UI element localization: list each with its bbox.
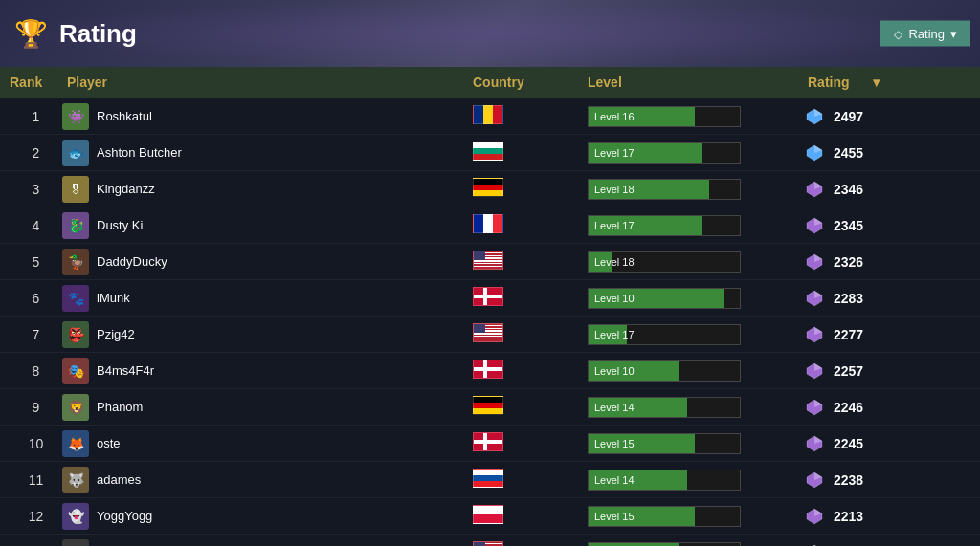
level-text: Level 15 [589,511,635,522]
rating-value: 2213 [834,509,863,524]
table-row: 3 🎖 Kingdanzz Level 18 2346 [0,171,980,207]
country-cell [463,287,578,310]
flag-icon [473,360,503,379]
dropdown-label: Rating [908,27,945,41]
diamond-gem-icon [803,105,826,128]
rating-value: 2455 [834,145,863,161]
level-cell: Level 12 [578,542,789,547]
col-rating[interactable]: Rating ▾ [789,75,980,90]
level-text: Level 18 [589,256,635,268]
table-row: 2 🐟 Ashton Butcher Level 17 2455 [0,135,980,171]
level-cell: Level 10 [578,288,789,309]
level-cell: Level 16 [578,106,789,127]
trophy-icon: 🏆 [14,18,48,50]
rank-cell: 12 [0,509,57,524]
diamond-gem-icon [803,142,826,164]
level-bar: Level 10 [588,288,741,309]
rating-cell: 2283 [789,287,980,310]
player-name: Dusty Ki [97,218,143,232]
table-header: Rank Player Country Level Rating ▾ [0,67,980,98]
player-cell: 🦁 Phanom [57,394,463,421]
player-cell: 🎭 B4ms4F4r [57,358,463,384]
avatar: 🐟 [62,140,89,166]
rank-cell: 3 [0,182,57,197]
rating-cell: 2497 [789,105,980,128]
rating-value: 2326 [834,254,863,270]
player-name: YoggYogg [97,509,152,523]
avatar: 🐺 [62,467,89,493]
flag-icon [473,432,503,451]
player-name: B4ms4F4r [97,363,154,378]
rating-value: 2346 [834,182,863,197]
level-bar: Level 12 [588,542,741,547]
rank-cell: 8 [0,363,57,379]
flag-icon [473,323,503,342]
level-bar: Level 15 [588,506,741,527]
level-bar: Level 14 [588,470,741,491]
player-cell: 👺 Pzig42 [57,321,463,348]
flag-icon [473,105,503,124]
rating-value: 2246 [834,400,863,415]
avatar: 👾 [62,103,89,130]
level-bar: Level 16 [588,106,741,127]
level-cell: Level 18 [578,179,789,200]
country-cell [463,251,578,273]
rank-cell: 5 [0,254,57,270]
country-cell [463,432,578,455]
country-cell [463,469,578,491]
level-cell: Level 15 [578,506,789,527]
table-body: 1 👾 Roshkatul Level 16 2497 [0,98,980,546]
flag-icon [473,396,503,415]
player-name: Ashton Butcher [97,145,182,160]
level-bar: Level 18 [588,179,741,200]
player-cell: 🐾 iMunk [57,285,463,312]
table-row: 9 🦁 Phanom Level 14 2246 [0,389,980,426]
rank-cell: 6 [0,291,57,306]
player-name: Phanom [97,400,143,414]
rating-cell: 2346 [789,178,980,201]
level-cell: Level 17 [578,215,789,236]
flag-icon [473,505,503,524]
purple-gem-icon [803,360,826,382]
dropdown-arrow-icon: ▾ [950,27,957,41]
purple-gem-icon [803,469,826,491]
table-row: 5 🦆 DaddyDucky Level 18 2326 [0,244,980,280]
player-cell: 👻 YoggYogg [57,503,463,530]
rating-cell: 2213 [789,505,980,528]
player-cell: ⚙ Jules [57,539,463,547]
player-cell: 🦊 oste [57,430,463,457]
country-cell [463,105,578,128]
player-cell: 🎖 Kingdanzz [57,176,463,203]
table-row: 7 👺 Pzig42 Level 17 2277 [0,317,980,353]
level-text: Level 16 [589,111,635,122]
rating-cell: 2213 [789,541,980,547]
player-name: Pzig42 [97,327,135,341]
level-text: Level 17 [589,329,635,340]
level-bar: Level 17 [588,142,741,164]
level-cell: Level 14 [578,470,789,491]
header-title: 🏆 Rating [14,18,137,50]
country-cell [463,323,578,346]
sort-desc-icon: ▾ [863,75,889,90]
header: 🏆 Rating ◇ Rating ▾ [0,0,980,67]
player-cell: 🐟 Ashton Butcher [57,140,463,166]
rank-cell: 2 [0,145,57,161]
level-text: Level 17 [589,147,635,159]
rating-value: 2497 [834,109,863,124]
level-cell: Level 15 [578,433,789,454]
col-rank: Rank [0,75,57,90]
level-bar: Level 17 [588,324,741,345]
col-country: Country [463,75,578,90]
rating-value: 2277 [834,327,863,342]
rating-value: 2345 [834,218,863,233]
rating-cell: 2326 [789,251,980,273]
table-row: 4 🐉 Dusty Ki Level 17 2345 [0,207,980,244]
level-cell: Level 18 [578,251,789,273]
rank-cell: 9 [0,400,57,415]
level-text: Level 15 [589,438,635,449]
avatar: 👺 [62,321,89,348]
level-text: Level 10 [589,365,635,377]
country-cell [463,142,578,164]
rating-dropdown-button[interactable]: ◇ Rating ▾ [880,21,970,47]
purple-gem-icon [803,287,826,310]
